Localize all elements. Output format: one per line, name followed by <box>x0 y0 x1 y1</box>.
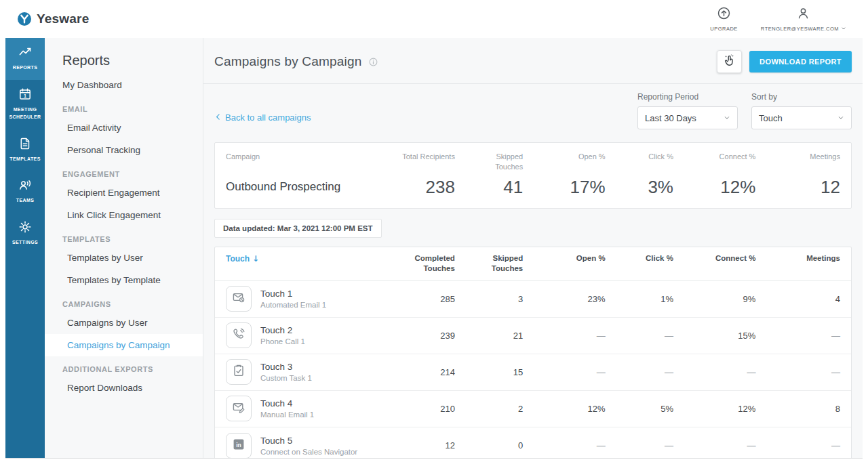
nav-item-templates-by-template[interactable]: Templates by Template <box>45 269 203 291</box>
summary-column-header: Meetings <box>755 152 840 162</box>
sort-by-select[interactable]: Touch <box>751 106 852 129</box>
table-cell-value: 8 <box>755 404 840 414</box>
nav-item-link-click-engagement[interactable]: Link Click Engagement <box>45 204 203 226</box>
sidebar-item-label: MEETING SCHEDULER <box>7 106 43 121</box>
download-report-button[interactable]: DOWNLOAD REPORT <box>749 51 852 72</box>
table-column-header: Connect % <box>673 253 755 264</box>
filters-row: Back to all campaigns Reporting Period L… <box>203 84 863 129</box>
nav-item-report-downloads[interactable]: Report Downloads <box>45 377 203 399</box>
nav-section-templates: TEMPLATES <box>45 226 203 247</box>
nav-item-my-dashboard[interactable]: My Dashboard <box>45 74 203 96</box>
table-row: Touch 1Automated Email 1285323%1%9%4 <box>215 281 851 318</box>
summary-value: 12 <box>755 177 840 198</box>
linkedin-icon: in <box>232 438 245 454</box>
sidebar-item-meeting-scheduler[interactable]: 1MEETING SCHEDULER <box>5 80 45 129</box>
sidebar-item-reports[interactable]: REPORTS <box>5 38 45 80</box>
table-cell-value: 214 <box>380 367 455 377</box>
sort-column-label: Touch <box>226 253 250 264</box>
table-cell-value: 15 <box>455 367 523 377</box>
table-cell-value: — <box>523 367 605 377</box>
table-row: Touch 4Manual Email 1210212%5%12%8 <box>215 391 851 427</box>
summary-column-header: Connect % <box>673 152 755 162</box>
upgrade-button[interactable]: UPGRADE <box>710 6 738 32</box>
table-sort-header-touch[interactable]: Touch↓ <box>226 253 380 264</box>
table-column-header: Completed Touches <box>412 253 455 274</box>
nav-item-templates-by-user[interactable]: Templates by User <box>45 247 203 269</box>
nav-item-campaigns-by-campaign[interactable]: Campaigns by Campaign <box>45 334 203 356</box>
account-email: RTENGLER@YESWARE.COM <box>761 26 839 32</box>
touch-cell: inTouch 5Connect on Sales Navigator <box>226 433 380 458</box>
chevron-down-icon <box>724 114 730 121</box>
table-column-header: Meetings <box>755 253 840 264</box>
automated-email-icon <box>232 291 245 307</box>
sidebar-item-templates[interactable]: TEMPLATES <box>5 129 45 171</box>
table-cell-value: — <box>673 367 755 377</box>
table-cell-value: 12% <box>523 404 605 414</box>
nav-item-recipient-engagement[interactable]: Recipient Engagement <box>45 182 203 204</box>
nav-panel-title: Reports <box>45 38 203 74</box>
table-cell-value: — <box>606 331 673 341</box>
summary-value: 3% <box>606 177 673 198</box>
table-cell-value: 239 <box>380 331 455 341</box>
touch-subtitle: Custom Task 1 <box>260 374 312 382</box>
summary-column-header: Campaign <box>226 152 380 162</box>
chevron-down-icon <box>837 114 844 121</box>
nav-section-campaigns: CAMPAIGNS <box>45 291 203 312</box>
nav-item-email-activity[interactable]: Email Activity <box>45 117 203 139</box>
sidebar-item-label: REPORTS <box>7 64 43 72</box>
touch-subtitle: Phone Call 1 <box>260 337 305 345</box>
templates-icon <box>18 141 32 152</box>
table-cell-value: — <box>606 367 673 377</box>
sort-desc-icon: ↓ <box>252 253 259 264</box>
table-cell-value: — <box>755 331 840 341</box>
table-column-header: Click % <box>606 253 673 264</box>
nav-item-personal-tracking[interactable]: Personal Tracking <box>45 139 203 161</box>
table-cell-value: 1% <box>606 294 673 304</box>
summary-value: 238 <box>380 177 455 198</box>
table-cell-value: — <box>755 367 840 377</box>
table-cell-value: 15% <box>673 331 755 341</box>
account-menu[interactable]: RTENGLER@YESWARE.COM <box>761 6 846 33</box>
app-frame: REPORTS1MEETING SCHEDULERTEMPLATESTEAMSS… <box>5 38 863 458</box>
table-cell-value: — <box>523 331 605 341</box>
app-window: Yesware UPGRADE RTENGLER@YESWARE.COM REP <box>5 0 863 459</box>
info-icon[interactable] <box>368 57 378 67</box>
chevron-down-icon <box>841 26 846 33</box>
main-content: Campaigns by Campaign DOWNLOAD REPORT Ba… <box>203 38 863 458</box>
sidebar-item-teams[interactable]: TEAMS <box>5 171 45 213</box>
table-cell-value: — <box>606 440 673 450</box>
reports-icon <box>18 49 32 61</box>
back-link-label: Back to all campaigns <box>225 112 311 123</box>
nav-item-campaigns-by-user[interactable]: Campaigns by User <box>45 312 203 334</box>
table-cell-value: 23% <box>523 294 605 304</box>
meeting-scheduler-icon: 1 <box>18 91 32 103</box>
summary-column-header: Total Recipients <box>380 152 455 162</box>
svg-text:1: 1 <box>24 93 26 98</box>
table-row: Touch 3Custom Task 121415———— <box>215 354 851 391</box>
touch-subtitle: Automated Email 1 <box>260 301 326 309</box>
back-chevron-icon <box>214 112 222 123</box>
touch-subtitle: Connect on Sales Navigator <box>260 448 357 456</box>
reports-nav-panel: Reports My DashboardEMAILEmail ActivityP… <box>45 38 203 458</box>
touch-subtitle: Manual Email 1 <box>260 411 314 419</box>
back-to-campaigns-link[interactable]: Back to all campaigns <box>214 112 311 123</box>
upgrade-icon <box>717 6 731 23</box>
teams-icon <box>18 182 32 194</box>
page-title: Campaigns by Campaign <box>214 54 362 69</box>
table-cell-value: 5% <box>606 404 673 414</box>
table-column-header: Open % <box>523 253 605 264</box>
touch-cell: Touch 2Phone Call 1 <box>226 322 380 348</box>
sidebar-item-settings[interactable]: SETTINGS <box>5 213 45 255</box>
touch-cell: Touch 1Automated Email 1 <box>226 286 380 312</box>
user-icon <box>796 6 810 23</box>
custom-task-icon <box>232 364 245 380</box>
reporting-period-select[interactable]: Last 30 Days <box>637 106 738 129</box>
touch-title: Touch 3 <box>260 362 312 372</box>
tap-gesture-button[interactable] <box>717 50 742 73</box>
table-row: inTouch 5Connect on Sales Navigator120——… <box>215 427 851 458</box>
upgrade-label: UPGRADE <box>710 26 738 32</box>
yesware-logo[interactable]: Yesware <box>16 11 89 27</box>
summary-value: 12% <box>673 177 755 198</box>
summary-column-header: Click % <box>606 152 673 162</box>
reporting-period-label: Reporting Period <box>637 92 738 102</box>
